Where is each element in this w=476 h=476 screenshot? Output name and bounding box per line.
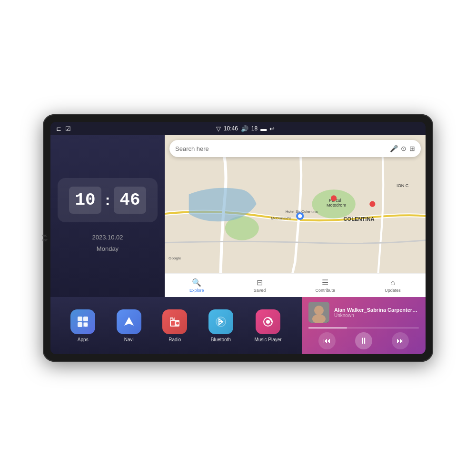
volume-icon: 🔊 bbox=[241, 125, 248, 132]
apps-area: Apps Navi bbox=[50, 297, 302, 354]
bottom-section: Apps Navi bbox=[50, 297, 426, 354]
svg-text:FM: FM bbox=[170, 317, 175, 320]
lens-icon[interactable]: ⊙ bbox=[401, 145, 407, 152]
explore-label: Explore bbox=[189, 288, 204, 293]
navi-icon-circle bbox=[117, 309, 141, 334]
car-head-unit: MIC RST ⊏ ☑ ▽ 10:46 🔊 18 ▬ ↩ bbox=[43, 114, 433, 362]
play-pause-button[interactable]: ⏸ bbox=[355, 332, 372, 349]
clock-hour: 10 bbox=[69, 187, 101, 214]
updates-label: Updates bbox=[385, 288, 401, 293]
svg-point-27 bbox=[266, 320, 270, 324]
navi-label: Navi bbox=[124, 337, 134, 342]
music-progress-bar[interactable] bbox=[308, 327, 419, 328]
map-search-text: Search here bbox=[175, 145, 386, 152]
svg-point-22 bbox=[176, 322, 179, 325]
map-container[interactable]: Parcul Motodrom COLENTINA ION C Hotel Si… bbox=[165, 135, 426, 297]
bluetooth-label: Bluetooth bbox=[211, 337, 231, 342]
app-item-apps[interactable]: Apps bbox=[70, 309, 95, 342]
app-item-radio[interactable]: FM Radio bbox=[162, 309, 187, 342]
svg-point-9 bbox=[331, 195, 337, 201]
map-nav-explore[interactable]: 🔍 Explore bbox=[189, 278, 204, 293]
svg-rect-16 bbox=[78, 322, 82, 327]
map-nav-updates[interactable]: ⌂ Updates bbox=[385, 278, 401, 293]
screen: ⊏ ☑ ▽ 10:46 🔊 18 ▬ ↩ 10 : 46 bbox=[50, 122, 426, 354]
next-button[interactable]: ⏭ bbox=[392, 332, 409, 349]
svg-text:Motodrom: Motodrom bbox=[327, 203, 346, 208]
music-text: Alan Walker_Sabrina Carpenter_F... Unkno… bbox=[334, 307, 419, 318]
nav-icon: ☑ bbox=[65, 125, 71, 132]
svg-text:COLENTINA: COLENTINA bbox=[343, 216, 374, 222]
svg-point-18 bbox=[84, 323, 88, 327]
svg-text:ION C: ION C bbox=[397, 183, 409, 188]
contribute-label: Contribute bbox=[316, 288, 336, 293]
music-info-row: Alan Walker_Sabrina Carpenter_F... Unkno… bbox=[308, 302, 419, 323]
music-player: Alan Walker_Sabrina Carpenter_F... Unkno… bbox=[302, 297, 426, 354]
svg-marker-19 bbox=[124, 317, 134, 326]
clock-widget: 10 : 46 bbox=[58, 178, 157, 222]
main-content: 10 : 46 2023.10.02 Monday bbox=[50, 135, 426, 297]
radio-icon-circle: FM bbox=[162, 309, 187, 334]
date-display: 2023.10.02 bbox=[92, 232, 123, 243]
bluetooth-icon-circle bbox=[208, 309, 233, 334]
music-progress-fill bbox=[308, 327, 347, 328]
signal-icon: ▽ bbox=[216, 125, 221, 132]
status-center: ▽ 10:46 🔊 18 ▬ ↩ bbox=[216, 125, 275, 132]
map-search-icons: 🎤 ⊙ ⊞ bbox=[390, 145, 415, 152]
map-nav-contribute[interactable]: ☰ Contribute bbox=[316, 278, 336, 293]
mic-search-icon[interactable]: 🎤 bbox=[390, 145, 398, 152]
map-panel: Parcul Motodrom COLENTINA ION C Hotel Si… bbox=[165, 135, 426, 297]
map-nav-saved[interactable]: ⊟ Saved bbox=[254, 278, 266, 293]
svg-rect-14 bbox=[78, 317, 82, 321]
day-display: Monday bbox=[92, 243, 123, 254]
map-search-bar[interactable]: Search here 🎤 ⊙ ⊞ bbox=[169, 140, 421, 157]
music-controls: ⏮ ⏸ ⏭ bbox=[308, 332, 419, 349]
app-item-navi[interactable]: Navi bbox=[117, 309, 141, 342]
status-bar: ⊏ ☑ ▽ 10:46 🔊 18 ▬ ↩ bbox=[50, 122, 426, 135]
svg-text:Google: Google bbox=[169, 256, 181, 260]
prev-button[interactable]: ⏮ bbox=[318, 332, 336, 349]
music-icon-circle bbox=[256, 309, 280, 334]
map-bottom-bar: 🔍 Explore ⊟ Saved ☰ Contribute ⌂ bbox=[165, 273, 426, 297]
svg-text:McDonald's: McDonald's bbox=[271, 216, 291, 220]
svg-point-29 bbox=[314, 306, 324, 315]
music-artist: Unknown bbox=[334, 313, 419, 318]
clock-colon: : bbox=[105, 191, 110, 209]
album-art-inner bbox=[308, 302, 329, 323]
layers-icon[interactable]: ⊞ bbox=[409, 145, 415, 152]
home-icon: ⊏ bbox=[56, 125, 61, 132]
clock-minute: 46 bbox=[114, 187, 146, 214]
radio-label: Radio bbox=[169, 337, 181, 342]
status-time: 10:46 bbox=[224, 125, 238, 132]
svg-rect-15 bbox=[83, 317, 88, 321]
svg-point-10 bbox=[369, 201, 375, 207]
date-info: 2023.10.02 Monday bbox=[92, 232, 123, 254]
music-player-label: Music Player bbox=[254, 337, 281, 342]
app-item-music[interactable]: Music Player bbox=[254, 309, 281, 342]
svg-text:Hotel Sir Colentina: Hotel Sir Colentina bbox=[286, 209, 318, 214]
svg-point-8 bbox=[298, 214, 302, 218]
music-title: Alan Walker_Sabrina Carpenter_F... bbox=[334, 307, 419, 313]
apps-icon-circle bbox=[70, 309, 95, 334]
updates-icon: ⌂ bbox=[390, 278, 395, 287]
app-item-bluetooth[interactable]: Bluetooth bbox=[208, 309, 233, 342]
saved-icon: ⊟ bbox=[257, 278, 263, 287]
battery-icon: ▬ bbox=[260, 125, 267, 132]
mic-label: MIC bbox=[42, 234, 48, 237]
contribute-icon: ☰ bbox=[322, 278, 328, 287]
album-art bbox=[308, 302, 329, 323]
rst-label: RST bbox=[42, 239, 48, 242]
battery-level: 18 bbox=[251, 125, 258, 132]
saved-label: Saved bbox=[254, 288, 266, 293]
clock-panel: 10 : 46 2023.10.02 Monday bbox=[50, 135, 165, 297]
status-left-icons: ⊏ ☑ bbox=[56, 125, 71, 132]
apps-label: Apps bbox=[78, 337, 89, 342]
explore-icon: 🔍 bbox=[192, 278, 201, 287]
back-icon[interactable]: ↩ bbox=[269, 125, 275, 132]
svg-rect-21 bbox=[171, 321, 175, 326]
